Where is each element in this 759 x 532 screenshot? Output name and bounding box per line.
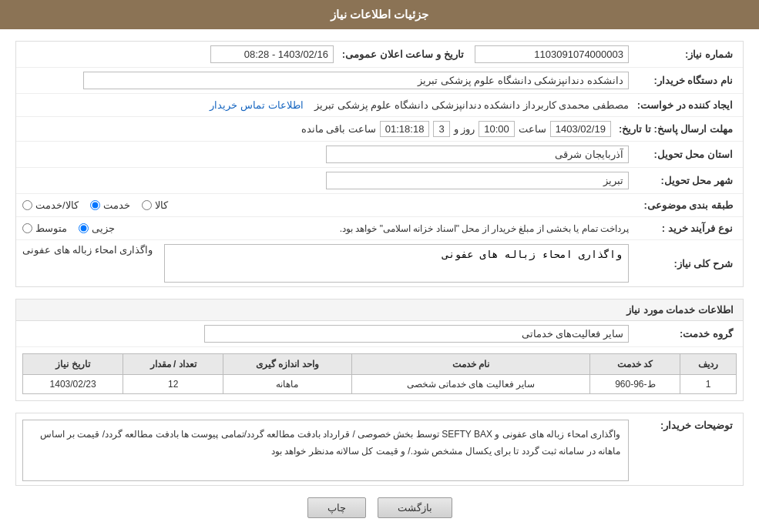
category-label: طبقه بندی موضوعی: — [636, 199, 737, 211]
cell-quantity: 12 — [123, 375, 223, 394]
service-table-container: ردیف کد خدمت نام خدمت واحد اندازه گیری ت… — [16, 347, 743, 400]
col-header-need-date: تاریخ نیاز — [23, 354, 123, 375]
deadline-days: 3 — [433, 121, 449, 137]
col-header-service-code: کد خدمت — [590, 354, 680, 375]
buyer-org-row: نام دستگاه خریدار: دانشکده دندانپزشکی دا… — [16, 68, 743, 94]
cell-unit: ماهانه — [223, 375, 352, 394]
cell-need-date: 1403/02/23 — [23, 375, 123, 394]
buyer-desc-text: واگذاری امحاء زباله های عفونی و SEFTY BA… — [22, 420, 629, 481]
city-row: شهر محل تحویل: تبریز — [16, 168, 743, 194]
service-group-row: گروه خدمت: سایر فعالیت‌های خدماتی — [16, 321, 743, 347]
need-desc-row: شرح کلی نیاز: واگذاری امحاء زباله های عف… — [16, 240, 743, 286]
contact-info-link[interactable]: اطلاعات تماس خریدار — [210, 99, 303, 111]
need-number-input: 1103091074000003 — [475, 45, 629, 63]
city-value: تبریز — [22, 172, 636, 189]
deadline-day-label: روز و — [454, 123, 475, 135]
page-header: جزئیات اطلاعات نیاز — [0, 0, 759, 29]
service-section-title: اطلاعات خدمات مورد نیاز — [15, 299, 744, 320]
col-header-row-num: ردیف — [680, 354, 737, 375]
buyer-desc-label: توضیحات خریدار: — [636, 420, 737, 431]
category-row: طبقه بندی موضوعی: کالا/خدمت خدمت — [16, 194, 743, 217]
purchase-option-motavasset[interactable]: متوسط — [22, 223, 67, 234]
service-group-value: سایر فعالیت‌های خدماتی — [22, 325, 636, 343]
print-button[interactable]: چاپ — [307, 497, 366, 518]
back-button[interactable]: بازگشت — [378, 497, 452, 518]
buyer-org-label: نام دستگاه خریدار: — [636, 75, 737, 86]
deadline-remain-label: ساعت باقی مانده — [301, 123, 376, 135]
creator-row: ایجاد کننده در خواست: مصطفی محمدی کاربرد… — [16, 94, 743, 117]
col-header-quantity: تعداد / مقدار — [123, 354, 223, 375]
province-value: آذربایجان شرقی — [22, 146, 636, 163]
purchase-type-label: نوع فرآیند خرید : — [636, 223, 737, 234]
need-number-value: 1103091074000003 تاریخ و ساعت اعلان عموم… — [22, 45, 636, 63]
deadline-value: 1403/02/19 ساعت 10:00 روز و 3 01:18:18 س… — [22, 121, 619, 137]
deadline-date: 1403/02/19 — [550, 121, 611, 137]
category-option-kala[interactable]: کالا — [142, 199, 168, 211]
city-input: تبریز — [326, 172, 630, 189]
purchase-type-value: پرداخت تمام یا بخشی از مبلغ خریدار از مح… — [22, 223, 636, 234]
table-row: 1 ط-96-960 سایر فعالیت های خدماتی شخصی م… — [23, 375, 737, 394]
announce-label: تاریخ و ساعت اعلان عمومی: — [342, 49, 464, 60]
category-option-khedmat[interactable]: خدمت — [90, 199, 130, 211]
buyer-desc-row: توضیحات خریدار: واگذاری امحاء زباله های … — [16, 413, 743, 485]
province-label: استان محل تحویل: — [636, 149, 737, 160]
announce-datetime: 1403/02/16 - 08:28 — [210, 45, 334, 63]
button-row: بازگشت چاپ — [15, 497, 744, 518]
cell-service-code: ط-96-960 — [590, 375, 680, 394]
need-desc-value: واگذاری امحاء زباله های عفونی — [22, 244, 636, 283]
category-value: کالا/خدمت خدمت کالا — [22, 199, 636, 211]
col-header-service-name: نام خدمت — [351, 354, 590, 375]
province-row: استان محل تحویل: آذربایجان شرقی — [16, 142, 743, 168]
service-group-input: سایر فعالیت‌های خدماتی — [204, 325, 629, 343]
creator-label: ایجاد کننده در خواست: — [636, 99, 737, 111]
page-title: جزئیات اطلاعات نیاز — [331, 8, 428, 21]
need-number-label: شماره نیاز: — [636, 49, 737, 60]
city-label: شهر محل تحویل: — [636, 175, 737, 186]
buyer-org-value: دانشکده دندانپزشکی دانشگاه علوم پزشکی تب… — [22, 72, 636, 89]
category-option-kala-khedmat[interactable]: کالا/خدمت — [22, 199, 79, 211]
need-desc-label: شرح کلی نیاز: — [636, 258, 737, 269]
purchase-note: پرداخت تمام یا بخشی از مبلغ خریدار از مح… — [123, 223, 629, 234]
buyer-desc-section: توضیحات خریدار: واگذاری امحاء زباله های … — [15, 413, 744, 486]
purchase-option-jozi[interactable]: جزیی — [79, 223, 115, 234]
purchase-type-row: نوع فرآیند خرید : پرداخت تمام یا بخشی از… — [16, 217, 743, 240]
buyer-desc-value: واگذاری امحاء زباله های عفونی و SEFTY BA… — [22, 420, 636, 481]
need-number-row: شماره نیاز: 1103091074000003 تاریخ و ساع… — [16, 42, 743, 68]
province-input: آذربایجان شرقی — [326, 146, 630, 163]
need-desc-text: واگذاری امحاء زباله های عفونی — [22, 244, 156, 256]
deadline-row: مهلت ارسال پاسخ: تا تاریخ: 1403/02/19 سا… — [16, 117, 743, 142]
need-desc-input[interactable] — [164, 244, 629, 283]
deadline-label: مهلت ارسال پاسخ: تا تاریخ: — [619, 123, 737, 135]
creator-name: مصطفی محمدی کاربرداز دانشکده دندانپزشکی … — [314, 99, 629, 111]
creator-value: مصطفی محمدی کاربرداز دانشکده دندانپزشکی … — [22, 99, 636, 111]
buyer-org-input: دانشکده دندانپزشکی دانشگاه علوم پزشکی تب… — [83, 72, 629, 89]
service-table: ردیف کد خدمت نام خدمت واحد اندازه گیری ت… — [22, 353, 737, 394]
cell-row-num: 1 — [680, 375, 737, 394]
col-header-unit: واحد اندازه گیری — [223, 354, 352, 375]
deadline-time: 10:00 — [479, 121, 515, 137]
cell-service-name: سایر فعالیت های خدماتی شخصی — [351, 375, 590, 394]
deadline-time-label: ساعت — [519, 123, 546, 135]
service-group-label: گروه خدمت: — [636, 328, 737, 340]
deadline-remain: 01:18:18 — [380, 121, 430, 137]
